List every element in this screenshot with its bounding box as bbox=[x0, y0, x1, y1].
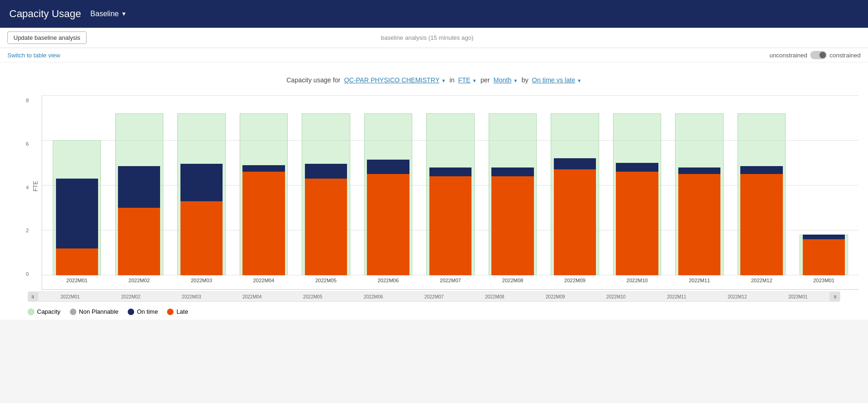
scroll-month-label: 2022M09 bbox=[526, 294, 585, 299]
bars-container bbox=[42, 95, 859, 275]
page-title: Capacity Usage bbox=[9, 8, 81, 20]
bar-stack bbox=[803, 235, 845, 275]
late-segment bbox=[678, 174, 720, 275]
y-tick-2: 2 bbox=[26, 228, 29, 233]
by-prefix: by bbox=[521, 76, 528, 84]
bar-stack bbox=[678, 167, 720, 275]
bar-group[interactable] bbox=[296, 95, 356, 275]
x-axis-label: 2022M08 bbox=[483, 275, 543, 289]
bar-stack bbox=[305, 164, 347, 275]
ontime-segment bbox=[367, 160, 409, 174]
x-axis-label: 2022M01 bbox=[47, 275, 107, 289]
bar-group[interactable] bbox=[47, 95, 107, 275]
scroll-month-label: 2022M12 bbox=[708, 294, 767, 299]
bar-stack bbox=[118, 166, 160, 275]
scroll-right-button[interactable]: ⏸ bbox=[830, 291, 840, 302]
late-segment bbox=[429, 176, 471, 275]
scroll-month-label: 2022M11 bbox=[647, 294, 706, 299]
scroll-month-label: 2022M08 bbox=[465, 294, 524, 299]
scroll-month-label: 2022M10 bbox=[587, 294, 645, 299]
analysis-label: baseline analysis bbox=[381, 34, 427, 41]
legend-dot-capacity bbox=[28, 309, 34, 315]
bar-stack bbox=[429, 167, 471, 275]
late-segment bbox=[491, 176, 533, 275]
chart-title-prefix: Capacity usage for bbox=[286, 76, 341, 84]
legend-label-ontime: On time bbox=[137, 308, 158, 315]
switch-to-table-link[interactable]: Switch to table view bbox=[7, 52, 60, 59]
by-dropdown[interactable]: On time vs late bbox=[532, 76, 575, 84]
y-tick-8: 8 bbox=[26, 98, 29, 103]
late-segment bbox=[305, 179, 347, 275]
resource-dropdown[interactable]: QC-PAR PHYSICO CHEMISTRY bbox=[344, 76, 440, 84]
bar-stack bbox=[554, 158, 596, 275]
scroll-month-label: 2022M06 bbox=[344, 294, 403, 299]
bar-group[interactable] bbox=[109, 95, 170, 275]
scroll-month-label: 2022M04 bbox=[223, 294, 281, 299]
ontime-segment bbox=[180, 164, 223, 201]
bar-group[interactable] bbox=[545, 95, 605, 275]
legend-item-late: Late bbox=[167, 308, 188, 315]
unit-dropdown[interactable]: FTE bbox=[458, 76, 470, 84]
bar-stack bbox=[242, 165, 285, 275]
scroll-month-label: 2022M05 bbox=[283, 294, 342, 299]
bar-stack bbox=[367, 160, 409, 275]
bar-group[interactable] bbox=[420, 95, 481, 275]
bar-group[interactable] bbox=[732, 95, 792, 275]
y-tick-0: 0 bbox=[26, 271, 29, 277]
bar-group[interactable] bbox=[669, 95, 730, 275]
late-segment bbox=[554, 169, 596, 275]
y-axis-label-container: FTE bbox=[32, 95, 42, 290]
legend: CapacityNon PlannableOn timeLate bbox=[0, 304, 868, 320]
chart-title: Capacity usage for QC-PAR PHYSICO CHEMIS… bbox=[9, 72, 859, 88]
late-segment bbox=[56, 248, 98, 275]
baseline-dropdown[interactable]: Baseline ▼ bbox=[90, 10, 126, 18]
legend-item-capacity: Capacity bbox=[28, 308, 61, 315]
x-axis-label: 2022M04 bbox=[234, 275, 294, 289]
bar-stack bbox=[616, 163, 658, 275]
constrained-toggle-switch[interactable] bbox=[810, 51, 827, 59]
legend-dot-nonplan bbox=[70, 309, 76, 315]
update-baseline-button[interactable]: Update baseline analysis bbox=[7, 31, 87, 44]
dropdown-arrow-icon: ▼ bbox=[121, 11, 127, 17]
legend-dot-late bbox=[167, 309, 174, 315]
x-axis-label: 2022M02 bbox=[109, 275, 170, 289]
scroll-month-label: 2022M03 bbox=[162, 294, 221, 299]
ontime-segment bbox=[429, 167, 471, 176]
y-tick-6: 6 bbox=[26, 141, 29, 147]
scroll-left-button[interactable]: ⏸ bbox=[28, 291, 38, 302]
ontime-segment bbox=[616, 163, 658, 172]
bar-group[interactable] bbox=[358, 95, 419, 275]
x-axis-label: 2022M09 bbox=[545, 275, 605, 289]
y-axis-label: FTE bbox=[32, 181, 39, 192]
x-axis-label: 2022M03 bbox=[171, 275, 232, 289]
ontime-segment bbox=[803, 235, 845, 239]
constrained-label: constrained bbox=[830, 52, 861, 59]
unit-prefix: in bbox=[449, 76, 454, 84]
bar-group[interactable] bbox=[607, 95, 668, 275]
bar-group[interactable] bbox=[483, 95, 543, 275]
x-axis-label: 2022M12 bbox=[732, 275, 792, 289]
legend-item-nonplan: Non Plannable bbox=[70, 308, 118, 315]
scroll-track[interactable]: 2022M012022M022022M032022M042022M052022M… bbox=[38, 291, 830, 302]
scroll-month-label: 2022M07 bbox=[404, 294, 463, 299]
bar-stack bbox=[180, 164, 223, 275]
x-axis-label: 2022M11 bbox=[669, 275, 730, 289]
bar-group[interactable] bbox=[794, 95, 854, 275]
ontime-segment bbox=[678, 167, 720, 174]
app-header: Capacity Usage Baseline ▼ bbox=[0, 0, 868, 28]
legend-item-ontime: On time bbox=[128, 308, 158, 315]
bar-group[interactable] bbox=[234, 95, 294, 275]
period-dropdown[interactable]: Month bbox=[494, 76, 512, 84]
late-segment bbox=[740, 174, 782, 275]
ontime-segment bbox=[118, 166, 160, 208]
bar-group[interactable] bbox=[171, 95, 232, 275]
toolbar: Update baseline analysis baseline analys… bbox=[0, 28, 868, 48]
chart-area: 8 6 4 2 0 FTE 2022M012022M022022M032022M… bbox=[9, 95, 859, 290]
x-axis-label: 2022M05 bbox=[296, 275, 356, 289]
y-axis: 8 6 4 2 0 bbox=[9, 95, 32, 290]
ontime-segment bbox=[242, 165, 285, 172]
x-axis-label: 2023M01 bbox=[794, 275, 854, 289]
chart-container: Capacity usage for QC-PAR PHYSICO CHEMIS… bbox=[0, 62, 868, 290]
baseline-label: Baseline bbox=[90, 10, 118, 18]
scroll-month-label: 2023M01 bbox=[769, 294, 827, 299]
